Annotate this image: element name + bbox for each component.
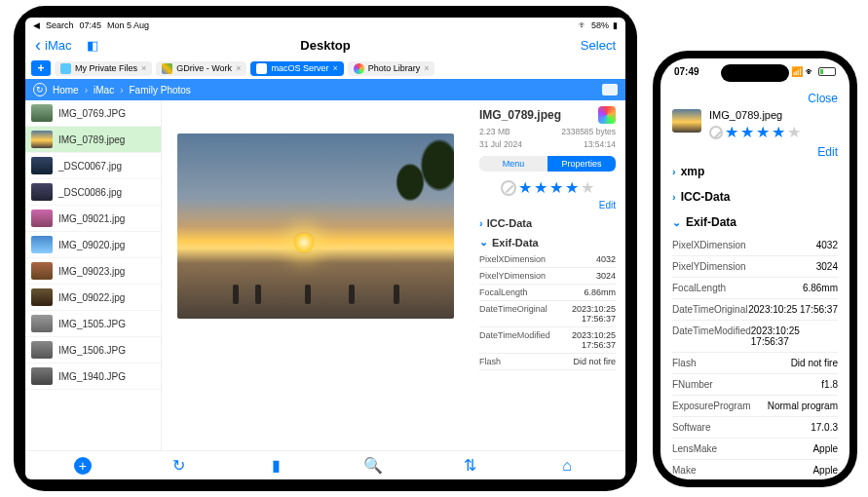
iphone-device: 07:49 📶 ᯤ Close IMG_0789.jpeg ★ ★ ★ ★ ★ … bbox=[653, 51, 857, 487]
file-row[interactable]: IMG_09020.jpg bbox=[25, 232, 161, 258]
property-row: FlashDid not fire bbox=[672, 353, 838, 374]
star-icon[interactable]: ★ bbox=[787, 123, 801, 141]
sidebar-toggle-icon[interactable]: ◧ bbox=[87, 38, 98, 53]
add-button[interactable]: + bbox=[74, 457, 92, 475]
property-value: Did not fire bbox=[791, 358, 838, 368]
star-icon[interactable]: ★ bbox=[549, 178, 563, 197]
star-icon[interactable]: ★ bbox=[581, 178, 594, 197]
file-row[interactable]: _DSC0086.jpg bbox=[25, 179, 161, 206]
section-title: Exif-Data bbox=[686, 215, 736, 229]
person-silhouette bbox=[349, 285, 355, 304]
new-tab-button[interactable]: + bbox=[31, 60, 51, 76]
page-title: Desktop bbox=[300, 38, 350, 53]
property-value: 4032 bbox=[816, 240, 838, 250]
property-row: MakeApple bbox=[672, 460, 838, 479]
file-row[interactable]: IMG_09023.jpg bbox=[25, 258, 161, 285]
clear-rating-icon[interactable] bbox=[501, 180, 516, 196]
star-icon[interactable]: ★ bbox=[534, 178, 547, 197]
history-icon[interactable]: ↻ bbox=[33, 83, 47, 96]
file-row[interactable]: IMG_1505.JPG bbox=[25, 311, 161, 337]
star-icon[interactable]: ★ bbox=[740, 123, 754, 141]
battery-icon bbox=[818, 67, 836, 76]
wifi-icon: ᯤ bbox=[579, 20, 587, 30]
file-row[interactable]: IMG_0789.jpeg bbox=[25, 127, 161, 153]
file-row[interactable]: IMG_1940.JPG bbox=[25, 363, 161, 390]
app-icon[interactable] bbox=[598, 106, 616, 124]
file-bytes: 2338585 bytes bbox=[561, 127, 616, 136]
status-bar: ◀ Search 07:45 Mon 5 Aug ᯤ 58% ▮ bbox=[25, 18, 625, 32]
refresh-button[interactable]: ↻ bbox=[169, 456, 188, 475]
chevron-down-icon: ⌄ bbox=[479, 236, 488, 248]
bookmark-button[interactable]: ▮ bbox=[266, 456, 285, 475]
section-xmp[interactable]: ›xmp bbox=[672, 159, 838, 184]
property-key: Flash bbox=[672, 358, 696, 368]
file-list[interactable]: IMG_0769.JPGIMG_0789.jpeg_DSC0067.jpg_DS… bbox=[25, 100, 162, 450]
file-name: IMG_0769.JPG bbox=[58, 108, 126, 119]
star-rating[interactable]: ★ ★ ★ ★ ★ bbox=[709, 123, 801, 141]
file-row[interactable]: IMG_09021.jpg bbox=[25, 206, 161, 232]
tab-macos-server[interactable]: macOS Server × bbox=[250, 61, 343, 76]
ipad-device: ◀ Search 07:45 Mon 5 Aug ᯤ 58% ▮ ‹ iMac … bbox=[14, 6, 637, 491]
segment-menu[interactable]: Menu bbox=[479, 156, 547, 172]
file-thumbnail bbox=[31, 341, 53, 359]
star-icon[interactable]: ★ bbox=[725, 123, 738, 141]
properties-body[interactable]: ›xmp ›ICC-Data ⌄Exif-Data PixelXDimensio… bbox=[660, 159, 849, 479]
sort-button[interactable]: ⇅ bbox=[460, 456, 479, 475]
section-icc[interactable]: › ICC-Data bbox=[479, 217, 616, 229]
edit-button[interactable]: Edit bbox=[817, 145, 838, 159]
close-icon[interactable]: × bbox=[332, 63, 337, 73]
select-button[interactable]: Select bbox=[581, 38, 616, 53]
property-row: DateTimeOriginal2023:10:25 17:56:37 bbox=[672, 299, 838, 321]
property-row: FocalLength6.86mm bbox=[672, 278, 838, 299]
section-title: xmp bbox=[681, 165, 705, 178]
breadcrumb-home[interactable]: Home bbox=[53, 85, 79, 96]
property-row: DateTimeModified2023:10:25 17:56:37 bbox=[479, 327, 616, 354]
file-row[interactable]: IMG_1506.JPG bbox=[25, 337, 161, 363]
image-preview[interactable] bbox=[177, 134, 454, 319]
close-button[interactable]: Close bbox=[808, 92, 838, 105]
search-button[interactable]: 🔍 bbox=[363, 456, 383, 475]
file-thumbnail bbox=[31, 315, 53, 332]
segment-control[interactable]: Menu Properties bbox=[479, 156, 616, 172]
section-exif[interactable]: ⌄Exif-Data bbox=[672, 210, 838, 235]
edit-button[interactable]: Edit bbox=[479, 200, 616, 210]
section-icc[interactable]: ›ICC-Data bbox=[672, 184, 838, 210]
chevron-right-icon: › bbox=[479, 217, 483, 229]
section-title: Exif-Data bbox=[492, 237, 539, 248]
view-mode-icon[interactable] bbox=[602, 84, 618, 96]
property-row: Software17.0.3 bbox=[672, 417, 838, 439]
file-row[interactable]: IMG_09022.jpg bbox=[25, 285, 161, 311]
close-icon[interactable]: × bbox=[424, 63, 429, 73]
star-icon[interactable]: ★ bbox=[565, 178, 579, 197]
property-key: DateTimeModified bbox=[479, 330, 550, 350]
star-icon[interactable]: ★ bbox=[772, 123, 785, 141]
chevron-right-icon: › bbox=[672, 191, 676, 203]
segment-properties[interactable]: Properties bbox=[547, 156, 616, 172]
star-rating[interactable]: ★ ★ ★ ★ ★ bbox=[479, 178, 616, 197]
back-chevron-icon[interactable]: ‹ bbox=[35, 35, 41, 56]
close-icon[interactable]: × bbox=[141, 63, 146, 73]
file-row[interactable]: IMG_0769.JPG bbox=[25, 100, 161, 127]
back-label[interactable]: iMac bbox=[45, 38, 71, 53]
tab-private-files[interactable]: My Private Files × bbox=[55, 61, 152, 76]
property-key: Make bbox=[672, 465, 696, 476]
file-row[interactable]: _DSC0067.jpg bbox=[25, 153, 161, 179]
property-value: Apple bbox=[812, 465, 838, 476]
signal-icon: 📶 bbox=[791, 66, 803, 77]
star-icon[interactable]: ★ bbox=[756, 123, 770, 141]
chevron-down-icon: ⌄ bbox=[672, 216, 681, 229]
clear-rating-icon[interactable] bbox=[709, 126, 723, 139]
section-exif[interactable]: ⌄ Exif-Data bbox=[479, 236, 616, 248]
property-value: 6.86mm bbox=[584, 287, 616, 297]
star-icon[interactable]: ★ bbox=[518, 178, 532, 197]
battery-pct: 58% bbox=[591, 20, 609, 30]
tab-gdrive[interactable]: GDrive - Work × bbox=[156, 61, 246, 76]
close-icon[interactable]: × bbox=[236, 63, 241, 73]
property-value: 6.86mm bbox=[803, 283, 838, 293]
dynamic-island bbox=[721, 64, 789, 82]
home-button[interactable]: ⌂ bbox=[557, 457, 577, 475]
breadcrumb-folder[interactable]: Family Photos bbox=[130, 85, 191, 96]
section-title: ICC-Data bbox=[681, 190, 731, 204]
breadcrumb-imac[interactable]: iMac bbox=[94, 85, 114, 96]
tab-photo-library[interactable]: Photo Library × bbox=[348, 61, 435, 76]
